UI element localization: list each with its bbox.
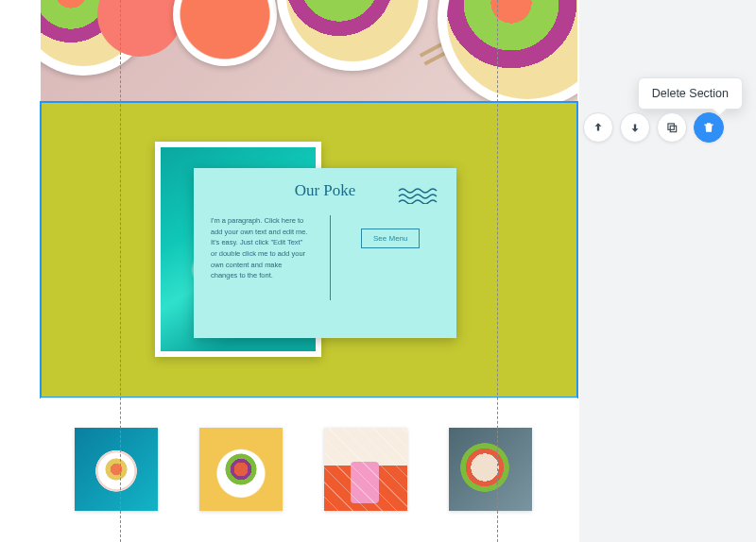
postcard-paragraph[interactable]: I'm a paragraph. Click here to add your … <box>211 215 318 300</box>
editor-canvas: Our Poke I'm a paragraph. Click here to … <box>0 0 579 542</box>
arrow-up-icon <box>592 121 605 134</box>
postcard[interactable]: Our Poke I'm a paragraph. Click here to … <box>194 168 456 338</box>
gallery-image[interactable] <box>75 428 158 511</box>
duplicate-icon <box>665 121 679 134</box>
section-toolbar <box>583 112 724 143</box>
postcard-divider <box>330 215 331 300</box>
see-menu-button[interactable]: See Menu <box>361 229 420 248</box>
svg-rect-1 <box>670 126 676 131</box>
food-bowl <box>438 0 577 102</box>
food-bowl <box>277 0 428 71</box>
gallery-image[interactable] <box>324 428 407 511</box>
svg-rect-0 <box>668 124 674 129</box>
layout-guide <box>120 0 121 542</box>
move-up-button[interactable] <box>583 112 613 143</box>
food-bowl <box>173 0 277 66</box>
move-down-button[interactable] <box>620 112 650 143</box>
delete-section-tooltip: Delete Section <box>638 77 743 110</box>
duplicate-button[interactable] <box>657 112 687 143</box>
gallery-image[interactable] <box>199 428 283 511</box>
gallery-image[interactable] <box>449 428 532 511</box>
wave-stamp-icon <box>398 187 443 204</box>
delete-button[interactable] <box>694 112 724 143</box>
arrow-down-icon <box>628 121 642 134</box>
trash-icon <box>702 121 715 134</box>
layout-guide <box>497 0 498 542</box>
